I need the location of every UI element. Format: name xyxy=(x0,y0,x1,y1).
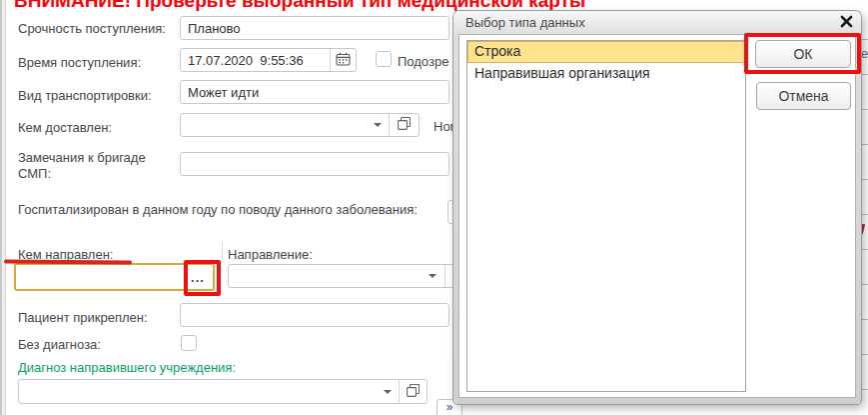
transport-label: Вид транспортировки: xyxy=(18,88,152,104)
list-item-referring-organization[interactable]: Направившая организация xyxy=(467,63,745,85)
urgency-value: Планово xyxy=(181,17,448,39)
cancel-button[interactable]: Отмена xyxy=(756,82,851,110)
no-diagnosis-label: Без диагноза: xyxy=(18,337,101,353)
app-window: ВНИМАНИЕ! Проверьте выбранный тип медици… xyxy=(0,0,868,415)
admission-time-value: 17.07.2020 9:55:36 xyxy=(181,49,330,71)
delivered-by-field[interactable] xyxy=(180,113,420,137)
edge-text-fragment: е xyxy=(861,46,868,61)
admission-time-label: Время поступления: xyxy=(18,55,141,71)
delivered-by-value xyxy=(181,114,367,136)
dialog-close-button[interactable] xyxy=(838,15,854,31)
chevron-down-icon xyxy=(374,123,382,127)
patient-attached-value xyxy=(181,304,448,326)
referral-diagnosis-dropdown-button[interactable] xyxy=(376,380,399,403)
left-scrollbar[interactable] xyxy=(0,0,6,415)
underlying-form-field-edges xyxy=(862,39,868,395)
calendar-icon xyxy=(336,52,351,69)
hospitalized-label: Госпитализирован в данном году по поводу… xyxy=(18,202,437,218)
delivered-by-dropdown-button[interactable] xyxy=(367,114,389,136)
suspicion-checkbox[interactable] xyxy=(376,51,392,67)
choose-icon xyxy=(398,117,411,133)
urgency-label: Срочность поступления: xyxy=(18,21,166,37)
close-icon xyxy=(840,14,853,32)
patient-attached-field[interactable] xyxy=(180,303,449,327)
red-box-annotation-select-button xyxy=(184,260,221,296)
no-diagnosis-checkbox[interactable] xyxy=(181,335,197,351)
brigade-remarks-value xyxy=(181,153,448,175)
patient-attached-label: Пациент прикреплен: xyxy=(18,310,148,326)
transport-field[interactable]: Может идти xyxy=(180,80,449,104)
transport-value: Может идти xyxy=(181,81,448,103)
delivered-by-label: Кем доставлен: xyxy=(18,120,112,136)
referral-diagnosis-label[interactable]: Диагноз направившего учреждения: xyxy=(18,360,236,376)
red-box-annotation-ok-button xyxy=(744,33,861,74)
admission-time-field[interactable]: 17.07.2020 9:55:36 xyxy=(180,48,357,72)
data-type-list: Строка Направившая организация xyxy=(466,40,746,392)
direction-field[interactable] xyxy=(228,264,457,288)
direction-value xyxy=(229,265,421,287)
urgency-field[interactable]: Планово xyxy=(180,16,449,40)
referral-diagnosis-choose-button[interactable] xyxy=(399,380,427,403)
brigade-remarks-field[interactable] xyxy=(180,152,449,176)
referral-diagnosis-field[interactable] xyxy=(18,379,428,404)
calendar-button[interactable] xyxy=(330,49,356,71)
data-type-dialog: Выбор типа данных Строка Направившая орг… xyxy=(453,11,861,404)
list-item-string[interactable]: Строка xyxy=(467,41,745,63)
choose-icon xyxy=(407,384,420,400)
chevron-down-icon xyxy=(384,390,392,394)
dialog-title: Выбор типа данных xyxy=(453,11,861,34)
delivered-by-choose-button[interactable] xyxy=(389,114,419,136)
referral-diagnosis-value xyxy=(19,380,376,403)
direction-label: Направление: xyxy=(228,247,313,263)
brigade-remarks-label: Замечания к бригаде СМП: xyxy=(18,150,180,182)
chevron-down-icon xyxy=(429,274,436,278)
direction-dropdown-button[interactable] xyxy=(421,265,444,287)
group-divider xyxy=(222,242,223,258)
dialog-body: Строка Направившая организация ОК Отмена xyxy=(458,34,856,398)
suspicion-label: Подозре xyxy=(398,54,457,70)
